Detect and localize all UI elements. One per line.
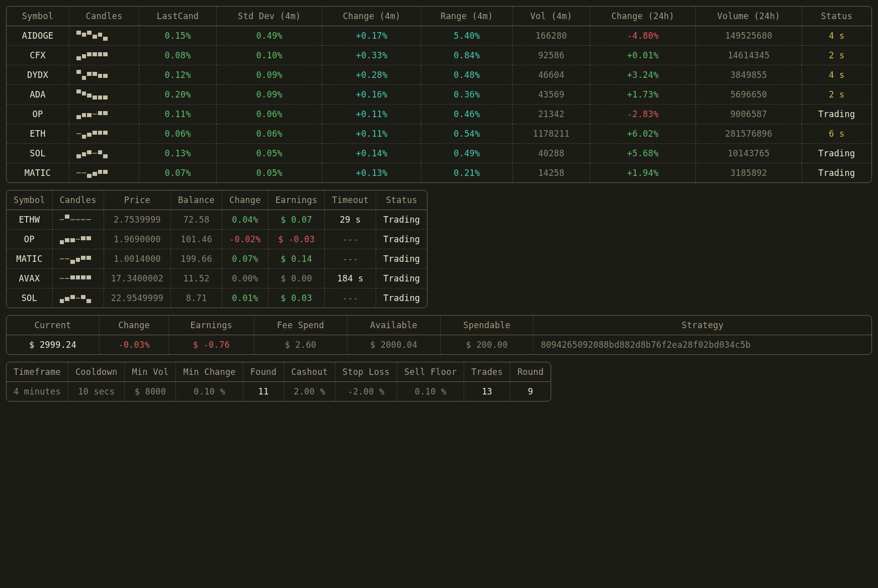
last-cand-cell: 0.12% (139, 65, 217, 85)
sparkline-icon (60, 254, 91, 264)
std-dev-cell: 0.06% (216, 105, 322, 124)
summary-strategy: 8094265092088bd882d8b76f2ea28f02bd034c5b (534, 335, 871, 355)
column-header: Cooldown (68, 362, 124, 382)
column-header: Change (100, 316, 169, 335)
column-header: Change (24h) (590, 7, 696, 26)
column-header: Change (222, 190, 269, 210)
balance-cell: 11.52 (171, 269, 222, 288)
earnings-cell: $ 0.03 (268, 288, 324, 308)
last-cand-cell: 0.06% (139, 124, 217, 144)
column-header: Earnings (268, 190, 324, 210)
candles-cell (52, 249, 104, 269)
column-header: Found (243, 362, 284, 382)
column-header: Min Change (176, 362, 243, 382)
sparkline-icon (76, 168, 108, 178)
vol-4m-cell: 43569 (512, 85, 590, 105)
change-24h-cell: +3.24% (590, 65, 696, 85)
last-cand-cell: 0.15% (139, 26, 217, 46)
column-header: Status (376, 190, 427, 210)
summary-current: $ 2999.24 (7, 335, 100, 355)
candles-cell (69, 124, 139, 144)
status-cell: Trading (376, 288, 427, 308)
vol-24h-cell: 3185892 (696, 163, 802, 183)
change-cell: 0.04% (222, 210, 269, 230)
config-cashout: 2.00 % (284, 382, 335, 402)
table-row: OP1.9690000101.46-0.02%$ -0.03---Trading (7, 230, 427, 249)
balance-cell: 199.66 (171, 249, 222, 269)
vol-24h-cell: 5696650 (696, 85, 802, 105)
earnings-cell: $ 0.00 (268, 269, 324, 288)
balance-cell: 8.71 (171, 288, 222, 308)
vol-24h-cell: 281576896 (696, 124, 802, 144)
summary-table: CurrentChangeEarningsFee SpendAvailableS… (7, 316, 871, 354)
last-cand-cell: 0.20% (139, 85, 217, 105)
table-row: MATIC1.0014000199.660.07%$ 0.14---Tradin… (7, 249, 427, 269)
config-panel: TimeframeCooldownMin VolMin ChangeFoundC… (6, 362, 551, 402)
sparkline-icon (60, 234, 91, 244)
column-header: Change (4m) (322, 7, 421, 26)
status-cell: 2 s (802, 85, 871, 105)
column-header: Price (104, 190, 170, 210)
change-4m-cell: +0.14% (322, 144, 421, 163)
column-header: Spendable (441, 316, 534, 335)
vol-4m-cell: 166280 (512, 26, 590, 46)
last-cand-cell: 0.07% (139, 163, 217, 183)
candles-cell (52, 210, 104, 230)
config-min-vol: $ 8000 (125, 382, 176, 402)
symbol-cell: AVAX (7, 269, 52, 288)
column-header: Timeout (325, 190, 376, 210)
symbol-cell: ETH (7, 124, 69, 144)
std-dev-cell: 0.09% (216, 85, 322, 105)
price-cell: 1.0014000 (104, 249, 170, 269)
sparkline-icon (60, 273, 91, 283)
sparkline-icon (76, 50, 108, 60)
column-header: Strategy (534, 316, 871, 335)
change-4m-cell: +0.16% (322, 85, 421, 105)
range-4m-cell: 0.36% (421, 85, 512, 105)
summary-fee-spend: $ 2.60 (254, 335, 347, 355)
summary-spendable: $ 200.00 (441, 335, 534, 355)
vol-24h-cell: 9006587 (696, 105, 802, 124)
sparkline-icon (76, 89, 108, 100)
timeout-cell: --- (325, 288, 376, 308)
column-header: Min Vol (125, 362, 176, 382)
timeout-cell: --- (325, 230, 376, 249)
candles-cell (69, 46, 139, 65)
column-header: Cashout (284, 362, 335, 382)
column-header: Stop Loss (335, 362, 397, 382)
sparkline-icon (76, 148, 108, 158)
candles-cell (69, 105, 139, 124)
change-4m-cell: +0.28% (322, 65, 421, 85)
market-table: SymbolCandlesLastCandStd Dev (4m)Change … (7, 7, 871, 182)
vol-4m-cell: 1178211 (512, 124, 590, 144)
last-cand-cell: 0.11% (139, 105, 217, 124)
last-cand-cell: 0.08% (139, 46, 217, 65)
change-4m-cell: +0.11% (322, 105, 421, 124)
change-24h-cell: +5.68% (590, 144, 696, 163)
price-cell: 1.9690000 (104, 230, 170, 249)
column-header: Std Dev (4m) (216, 7, 322, 26)
vol-24h-cell: 10143765 (696, 144, 802, 163)
std-dev-cell: 0.49% (216, 26, 322, 46)
column-header: Round (510, 362, 551, 382)
column-header: Sell Floor (397, 362, 464, 382)
timeout-cell: 29 s (325, 210, 376, 230)
change-24h-cell: +0.01% (590, 46, 696, 65)
symbol-cell: ETHW (7, 210, 52, 230)
timeout-cell: --- (325, 249, 376, 269)
vol-4m-cell: 14258 (512, 163, 590, 183)
balance-cell: 72.58 (171, 210, 222, 230)
column-header: Status (802, 7, 871, 26)
summary-change: -0.03% (100, 335, 169, 355)
market-panel: SymbolCandlesLastCandStd Dev (4m)Change … (6, 6, 872, 183)
sparkline-icon (76, 109, 108, 119)
sparkline-icon (76, 70, 108, 80)
earnings-cell: $ 0.14 (268, 249, 324, 269)
table-row: ETHW2.753999972.580.04%$ 0.0729 sTrading (7, 210, 427, 230)
change-cell: -0.02% (222, 230, 269, 249)
symbol-cell: SOL (7, 288, 52, 308)
change-24h-cell: +6.02% (590, 124, 696, 144)
column-header: Current (7, 316, 100, 335)
config-sell-floor: 0.10 % (397, 382, 464, 402)
range-4m-cell: 0.49% (421, 144, 512, 163)
